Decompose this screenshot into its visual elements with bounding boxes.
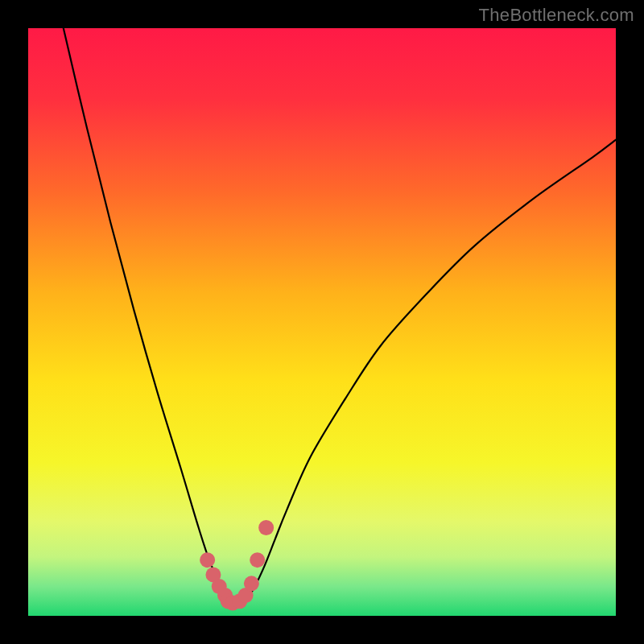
highlight-dots	[200, 520, 274, 610]
bottleneck-curve	[64, 28, 616, 605]
plot-area	[28, 28, 616, 616]
highlight-dot	[244, 576, 259, 591]
curve-layer	[28, 28, 616, 616]
highlight-dot	[258, 520, 274, 535]
highlight-dot	[250, 552, 265, 568]
chart-frame: TheBottleneck.com	[0, 0, 644, 644]
watermark-text: TheBottleneck.com	[479, 5, 634, 26]
highlight-dot	[200, 552, 215, 568]
